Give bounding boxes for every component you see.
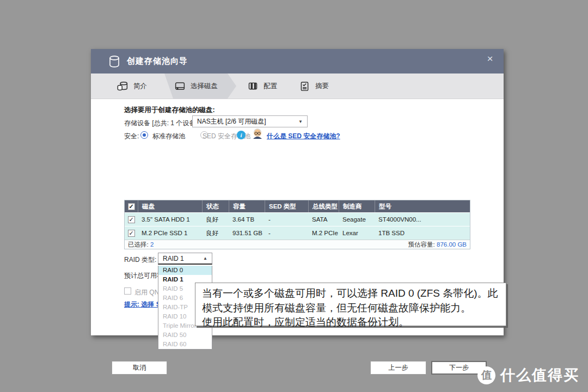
raid-option-raid60[interactable]: RAID 60 [158, 340, 212, 349]
raid-type-value: RAID 1 [163, 255, 184, 262]
dialog-titlebar: 创建存储池向导 × [91, 49, 504, 74]
raid-option-raid50[interactable]: RAID 50 [158, 330, 212, 340]
info-icon[interactable]: i [237, 131, 246, 139]
selected-count: 2 [150, 241, 154, 248]
selected-label: 已选择: [128, 241, 149, 248]
step-summary[interactable]: 摘要 [288, 74, 340, 99]
raid-type-label: RAID 类型: [124, 255, 156, 265]
cell-sed-type: - [265, 216, 308, 223]
desktop-background: 创建存储池向导 × 简介 选择磁盘 [0, 0, 588, 392]
radio-standard-pool-label: 标准存储池 [152, 132, 185, 141]
col-header-bus-type[interactable]: 总线类型 [308, 200, 339, 212]
disk-icon [174, 81, 186, 92]
cell-capacity: 931.51 GB [229, 230, 265, 236]
cell-capacity: 3.64 TB [229, 216, 265, 223]
raid0-description-tooltip: 当有一个或多个磁盘可用时，可以选择 RAID 0 (ZFS 条带化)。此 模式支… [195, 283, 506, 326]
storage-device-select[interactable]: NAS主机 [2/6 可用磁盘] ▼ [192, 115, 308, 127]
step-label: 配置 [264, 82, 277, 91]
watermark: 值 什么值得买 [477, 365, 579, 385]
tooltip-line: 模式支持使用所有磁盘容量，但无任何磁盘故障保护能力。 [202, 301, 499, 316]
cell-model: 1TB SSD [375, 230, 470, 236]
wizard-content: 选择要用于创建存储池的磁盘: 存储设备 [总共: 1 个设备]: NAS主机 [… [91, 99, 504, 335]
cell-model: ST4000VN00... [375, 216, 470, 223]
table-row[interactable]: ✓ M.2 PCIe SSD 1 良好 931.51 GB - M.2 PCIe… [125, 226, 470, 240]
cell-bus-type: SATA [308, 216, 339, 223]
storage-device-value: NAS主机 [2/6 可用磁盘] [197, 117, 266, 126]
professor-mascot-icon [251, 128, 264, 140]
config-icon [247, 81, 259, 92]
step-intro[interactable]: 简介 [106, 74, 158, 99]
cell-disk: 3.5" SATA HDD 1 [138, 216, 202, 223]
cell-manufacturer: Lexar [339, 230, 375, 236]
disk-table-footer: 已选择: 2 预估容量: 876.00 GB [125, 240, 470, 249]
smzdm-logo-icon: 值 [477, 366, 495, 384]
table-row[interactable]: ✓ 3.5" SATA HDD 1 良好 3.64 TB - SATA Seag… [125, 212, 470, 226]
cell-manufacturer: Seagate [339, 216, 375, 223]
cell-bus-type: M.2 PCIe [308, 229, 339, 237]
step-label: 简介 [133, 82, 147, 91]
cell-sed-type: - [265, 230, 308, 236]
chevron-down-icon: ▼ [298, 119, 303, 124]
col-header-sed-type[interactable]: SED 类型 [265, 200, 308, 212]
watermark-label: 什么值得买 [500, 365, 579, 385]
security-label: 安全: [124, 132, 139, 141]
step-configure[interactable]: 配置 [236, 74, 288, 99]
wizard-step-bar: 简介 选择磁盘 配置 [91, 74, 504, 99]
storage-device-label: 存储设备 [总共: 1 个设备]: [124, 119, 199, 128]
col-header-model[interactable]: 型号 [375, 200, 470, 212]
close-icon[interactable]: × [483, 52, 497, 66]
cell-status: 良好 [202, 216, 229, 224]
enable-qnap-checkbox[interactable] [124, 287, 131, 295]
col-header-status[interactable]: 状态 [202, 200, 229, 212]
tooltip-line: 使用此配置时，应制定适当的数据备份计划。 [202, 315, 499, 330]
sed-help-link[interactable]: 什么是 SED 安全存储池? [267, 132, 340, 141]
estimate-value: 876.00 GB [437, 241, 467, 248]
previous-button[interactable]: 上一步 [370, 361, 426, 375]
summary-checklist-icon [299, 81, 310, 92]
tooltip-line: 当有一个或多个磁盘可用时，可以选择 RAID 0 (ZFS 条带化)。此 [202, 286, 499, 301]
step-label: 摘要 [315, 82, 329, 91]
chevron-up-icon: ▲ [203, 256, 207, 261]
col-header-disk[interactable]: 磁盘 [138, 200, 202, 212]
cancel-button[interactable]: 取消 [112, 361, 167, 375]
radio-standard-pool[interactable] [140, 131, 148, 139]
disk-table-header: ✓ 磁盘 状态 容量 SED 类型 总线类型 制造商 型号 [125, 200, 470, 212]
estimate-label: 预估容量: [408, 241, 435, 248]
col-header-manufacturer[interactable]: 制造商 [339, 200, 375, 212]
row-checkbox[interactable]: ✓ [128, 230, 135, 237]
raid-option-raid0[interactable]: RAID 0 [158, 266, 212, 275]
select-all-checkbox[interactable]: ✓ [128, 203, 135, 210]
create-storage-pool-wizard-dialog: 创建存储池向导 × 简介 选择磁盘 [91, 49, 504, 335]
page-title: 选择要用于创建存储池的磁盘: [124, 106, 215, 115]
step-select-disks[interactable]: 选择磁盘 [158, 74, 236, 99]
cell-disk: M.2 PCIe SSD 1 [138, 230, 202, 236]
row-checkbox[interactable]: ✓ [128, 216, 135, 223]
storage-pool-icon [108, 55, 120, 68]
col-header-capacity[interactable]: 容量 [229, 200, 265, 212]
step-label: 选择磁盘 [191, 82, 218, 91]
raid-type-select[interactable]: RAID 1 ▲ [158, 253, 212, 265]
cell-status: 良好 [202, 229, 229, 237]
dialog-title: 创建存储池向导 [127, 56, 188, 66]
pools-icon [117, 81, 128, 92]
disk-table: ✓ 磁盘 状态 容量 SED 类型 总线类型 制造商 型号 ✓ 3.5" SAT… [124, 200, 470, 249]
